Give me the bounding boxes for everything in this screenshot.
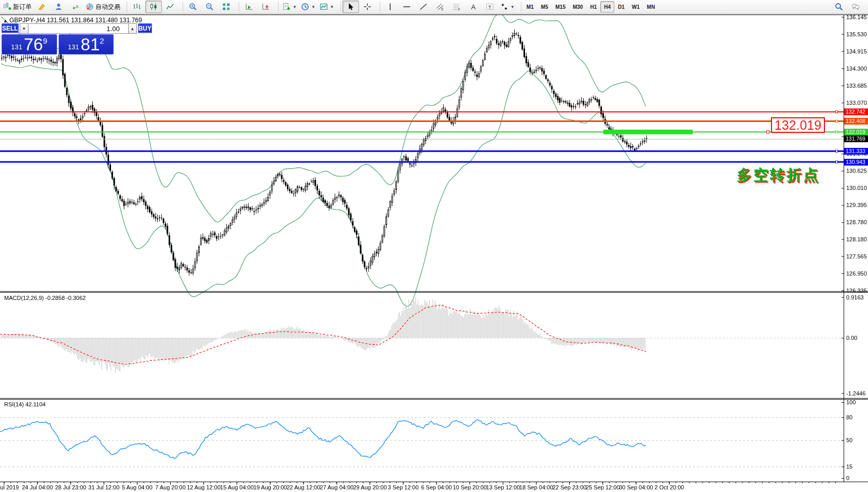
price-axis[interactable] xyxy=(844,15,868,482)
sell-price-box[interactable]: 131 76 9 xyxy=(2,34,57,54)
price-annotation-box[interactable]: 132.019 xyxy=(771,117,825,133)
new-order-button[interactable]: 新订单 xyxy=(1,1,34,13)
sell-button[interactable]: SELL xyxy=(2,23,19,34)
tf-m30[interactable]: M30 xyxy=(569,1,586,12)
zoom-out-icon xyxy=(205,3,214,11)
hline-price-label: 130.943 xyxy=(844,159,868,166)
auto-scroll-icon xyxy=(245,3,253,11)
indicators-button[interactable]: ▼ xyxy=(280,1,299,13)
bar-chart-button[interactable] xyxy=(129,1,145,13)
candlestick-button[interactable] xyxy=(145,1,162,13)
mt4-application: 新订单自动交易▼▼▼EFAT▼M1M5M15M30H1H4D1W1MN ▲GBP… xyxy=(0,0,868,492)
chat-button[interactable] xyxy=(847,1,864,13)
time-axis-label: 27 Aug 04:00 xyxy=(320,484,354,490)
turning-point-annotation[interactable]: 多空转折点 xyxy=(737,165,820,186)
trendline-icon xyxy=(419,3,428,11)
label-button[interactable]: T xyxy=(481,1,498,13)
sell-price-pip: 9 xyxy=(43,36,47,53)
zoom-in-icon xyxy=(189,3,197,11)
tf-h4[interactable]: H4 xyxy=(600,1,614,12)
templates-icon xyxy=(320,3,328,11)
signals-button[interactable] xyxy=(67,1,84,13)
tf-d1[interactable]: D1 xyxy=(614,1,628,12)
toolbar-group-trade: 新订单自动交易 xyxy=(1,0,122,13)
volume-input[interactable] xyxy=(29,23,128,34)
time-axis-label: 24 Jul 04:00 xyxy=(22,484,53,490)
time-axis-label: 12 Aug 12:00 xyxy=(187,484,221,490)
time-axis-label: 22 Aug 12:00 xyxy=(286,484,320,490)
arrows-icon xyxy=(500,3,508,11)
tf-h4-label: H4 xyxy=(604,4,611,10)
tile-windows-button[interactable] xyxy=(218,1,235,13)
signals-icon xyxy=(71,3,79,11)
chart-canvas[interactable] xyxy=(0,15,868,492)
toolbar-group-cursor xyxy=(342,0,376,13)
arrows-button[interactable]: ▼ xyxy=(498,1,517,13)
tf-h1[interactable]: H1 xyxy=(586,1,600,12)
chart-window: ▲GBPJPY-,H4 131.561 131.864 131.480 131.… xyxy=(0,15,868,492)
hline-price-label: 132.408 xyxy=(844,118,868,125)
toolbar-separator xyxy=(124,2,127,12)
volume-up-button[interactable]: ▲ xyxy=(128,23,137,34)
bar-chart-icon xyxy=(133,3,141,11)
buy-price-box[interactable]: 131 81 2 xyxy=(59,34,114,54)
search-button[interactable] xyxy=(831,1,847,13)
toolbar-separator xyxy=(180,2,183,12)
cursor-icon xyxy=(347,3,355,11)
tf-mn[interactable]: MN xyxy=(643,1,659,12)
time-axis[interactable]: 19 Jul 201924 Jul 04:0028 Jul 23:0031 Ju… xyxy=(0,482,868,492)
time-axis-label: 30 Sep 04:00 xyxy=(619,484,653,490)
tf-mn-label: MN xyxy=(647,4,655,10)
hline-price-label: 131.333 xyxy=(844,148,868,155)
time-axis-label: 19 Aug 20:00 xyxy=(253,484,287,490)
zoom-out-button[interactable] xyxy=(201,1,218,13)
symbol-info: ▲GBPJPY-,H4 131.561 131.864 131.480 131.… xyxy=(3,17,142,24)
channel-button[interactable]: E xyxy=(432,1,448,13)
metaeditor-button[interactable] xyxy=(34,1,50,13)
last-price-label: 131.769 xyxy=(844,135,868,142)
rsi-indicator-label: RSI(14) 42.1104 xyxy=(4,401,46,407)
chevron-down-icon: ▼ xyxy=(511,5,515,9)
templates-button[interactable]: ▼ xyxy=(318,1,336,13)
auto-scroll-button[interactable] xyxy=(241,1,257,13)
toolbar-group-dropdowns: ▼▼▼ xyxy=(280,0,336,13)
community-icon xyxy=(54,3,63,11)
chevron-down-icon: ▼ xyxy=(293,5,297,9)
trendline-button[interactable] xyxy=(415,1,432,13)
hline-button[interactable] xyxy=(398,1,415,13)
toolbar-separator xyxy=(338,2,341,12)
tf-m1-label: M1 xyxy=(527,4,534,10)
buy-price-pip: 2 xyxy=(100,36,104,53)
text-icon: A xyxy=(469,3,477,11)
chevron-down-icon: ▼ xyxy=(311,5,315,9)
time-axis-label: 29 Aug 20:00 xyxy=(353,484,387,490)
vline-button[interactable] xyxy=(382,1,398,13)
toolbar-right-group xyxy=(831,1,864,13)
tf-m1[interactable]: M1 xyxy=(523,1,538,12)
periods-button[interactable]: ▼ xyxy=(299,1,318,13)
autotrading-button[interactable]: 自动交易 xyxy=(84,1,122,13)
time-axis-label: 15 Aug 04:00 xyxy=(220,484,254,490)
one-click-toggle-icon[interactable]: ▲ xyxy=(3,18,8,23)
text-button[interactable]: A xyxy=(465,1,481,13)
line-chart-button[interactable] xyxy=(162,1,178,13)
tf-m15[interactable]: M15 xyxy=(552,1,569,12)
volume-down-button[interactable]: ▼ xyxy=(20,23,29,34)
tf-w1[interactable]: W1 xyxy=(628,1,643,12)
toolbar-separator xyxy=(377,2,380,12)
crosshair-icon xyxy=(363,3,371,11)
cursor-button[interactable] xyxy=(342,1,359,13)
chevron-down-icon: ▼ xyxy=(330,5,334,9)
fibonacci-button[interactable]: F xyxy=(448,1,465,13)
buy-button[interactable]: BUY xyxy=(138,23,152,34)
sell-price-figure: 131 xyxy=(11,43,22,53)
tf-m5[interactable]: M5 xyxy=(538,1,552,12)
chart-shift-button[interactable] xyxy=(257,1,274,13)
zoom-in-button[interactable] xyxy=(185,1,201,13)
toolbar-group-objects: EFAT▼ xyxy=(382,0,517,13)
community-button[interactable] xyxy=(50,1,67,13)
crosshair-button[interactable] xyxy=(359,1,376,13)
new-order-icon xyxy=(3,3,11,11)
hline-icon xyxy=(403,3,411,11)
fibonacci-icon: F xyxy=(452,3,461,11)
